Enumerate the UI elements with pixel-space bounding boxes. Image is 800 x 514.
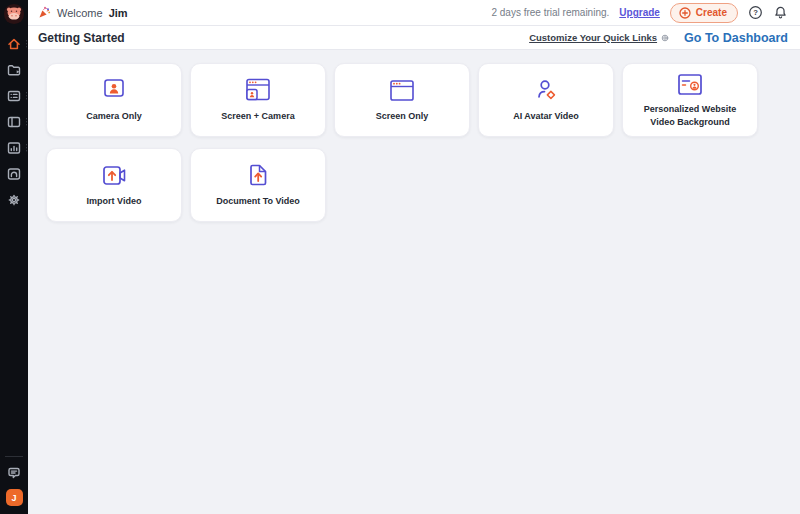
- avatar-studio-icon: [6, 166, 22, 182]
- card-label: Screen Only: [376, 110, 429, 122]
- card-label: Import Video: [87, 195, 142, 207]
- meetings-menu-dots[interactable]: [26, 92, 28, 100]
- card-label: Personalized Website Video Background: [631, 103, 749, 127]
- plus-circle-icon: [679, 7, 691, 19]
- card-personalized-website-video[interactable]: Personalized Website Video Background: [622, 63, 758, 137]
- ai-avatar-icon: [529, 77, 563, 105]
- sidebar-item-feedback[interactable]: [6, 465, 22, 481]
- sidebar-item-home[interactable]: [0, 35, 28, 52]
- app-window: J Welcome Jim 2 days free trial remainin…: [0, 0, 800, 514]
- help-icon: ?: [748, 5, 763, 20]
- screen-only-icon: [385, 77, 419, 105]
- customize-settings-icon: [660, 33, 670, 43]
- sidebar-item-analytics[interactable]: [0, 139, 28, 156]
- card-screen-only[interactable]: Screen Only: [334, 63, 470, 137]
- personalized-website-video-icon: [673, 72, 707, 98]
- bell-icon: [773, 5, 788, 20]
- help-button[interactable]: ?: [748, 5, 763, 20]
- top-bar: Welcome Jim 2 days free trial remaining.…: [28, 0, 800, 26]
- card-label: Screen + Camera: [221, 110, 294, 122]
- content-area: Camera Only Screen + Camera: [28, 50, 800, 514]
- go-to-dashboard-link[interactable]: Go To Dashboard: [684, 31, 788, 45]
- card-label: Camera Only: [86, 110, 142, 122]
- hippo-logo[interactable]: [3, 3, 25, 25]
- notifications-button[interactable]: [773, 5, 788, 20]
- home-icon: [6, 36, 22, 52]
- create-button[interactable]: Create: [670, 3, 738, 23]
- trial-remaining-text: 2 days free trial remaining.: [491, 7, 609, 18]
- card-label: AI Avatar Video: [513, 110, 579, 122]
- card-label: Document To Video: [216, 195, 300, 207]
- subheader-actions: Customize Your Quick Links Go To Dashboa…: [529, 31, 788, 45]
- card-document-to-video[interactable]: Document To Video: [190, 148, 326, 222]
- settings-icon: [6, 192, 22, 208]
- topbar-actions: 2 days free trial remaining. Upgrade Cre…: [491, 3, 788, 23]
- sidebar-item-meetings[interactable]: [0, 87, 28, 104]
- customize-quick-links-link[interactable]: Customize Your Quick Links: [529, 32, 670, 43]
- card-ai-avatar-video[interactable]: AI Avatar Video: [478, 63, 614, 137]
- sidebar-item-settings[interactable]: [0, 191, 28, 208]
- user-avatar[interactable]: J: [6, 489, 23, 506]
- screen-plus-camera-icon: [241, 77, 275, 105]
- card-screen-plus-camera[interactable]: Screen + Camera: [190, 63, 326, 137]
- sidebar-divider: [5, 456, 23, 457]
- camera-only-icon: [97, 77, 131, 105]
- quick-links-grid: Camera Only Screen + Camera: [46, 63, 766, 222]
- card-import-video[interactable]: Import Video: [46, 148, 182, 222]
- sidebar: J: [0, 0, 28, 514]
- sidebar-bottom: J: [0, 456, 28, 514]
- svg-text:?: ?: [753, 8, 758, 17]
- welcome-text: Welcome: [57, 7, 103, 19]
- card-camera-only[interactable]: Camera Only: [46, 63, 182, 137]
- feedback-icon: [6, 465, 22, 481]
- user-name: Jim: [109, 7, 128, 19]
- pages-icon: [6, 114, 22, 130]
- page-title: Getting Started: [38, 31, 125, 45]
- main-area: Welcome Jim 2 days free trial remaining.…: [28, 0, 800, 514]
- sidebar-item-videos[interactable]: [0, 61, 28, 78]
- welcome-message: Welcome Jim: [38, 6, 128, 19]
- hippo-logo-icon: [3, 3, 25, 25]
- sidebar-nav: [0, 35, 28, 217]
- sub-header: Getting Started Customize Your Quick Lin…: [28, 26, 800, 50]
- analytics-menu-dots[interactable]: [26, 144, 28, 152]
- sidebar-item-pages[interactable]: [0, 113, 28, 130]
- create-button-label: Create: [696, 7, 727, 18]
- customize-quick-links-label: Customize Your Quick Links: [529, 32, 657, 43]
- upgrade-link[interactable]: Upgrade: [619, 7, 660, 18]
- party-popper-icon: [38, 6, 51, 19]
- document-to-video-icon: [241, 162, 275, 190]
- analytics-icon: [6, 140, 22, 156]
- import-video-icon: [97, 162, 131, 190]
- video-folder-icon: [6, 62, 22, 78]
- home-menu-dots[interactable]: [26, 40, 28, 48]
- meetings-icon: [6, 88, 22, 104]
- sidebar-item-avatar-studio[interactable]: [0, 165, 28, 182]
- pages-menu-dots[interactable]: [26, 118, 28, 126]
